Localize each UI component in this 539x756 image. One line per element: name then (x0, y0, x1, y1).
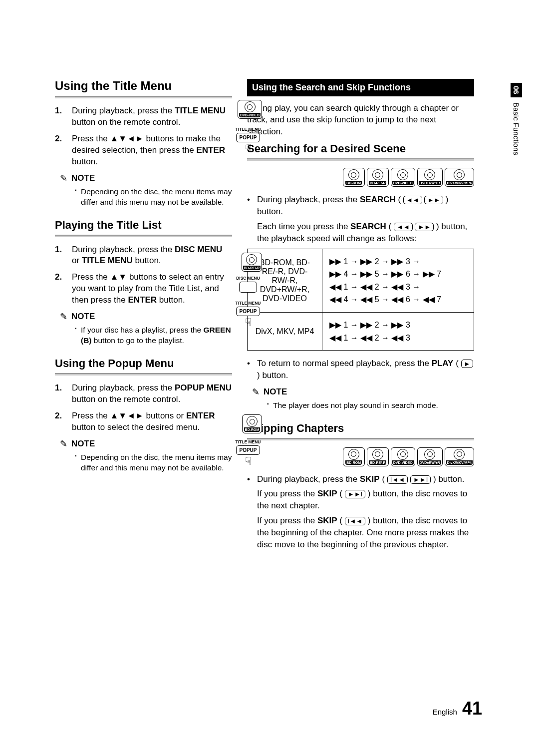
rule (55, 96, 232, 98)
rew-icon: ◄◄ (394, 223, 413, 231)
icon-stack-bdrom: BD-ROM (242, 414, 262, 433)
notes: Depending on the disc, the menu items ma… (55, 452, 232, 473)
pencil-icon: ✎ (60, 173, 67, 184)
pencil-icon: ✎ (60, 438, 67, 449)
section-bar-search-skip: Using the Search and Skip Functions (247, 79, 474, 96)
rule (55, 235, 232, 237)
pencil-icon: ✎ (252, 386, 260, 397)
step-text: Press the ▲▼◄► buttons or ENTER button t… (72, 410, 232, 433)
format-icon: DivX/MKV/MP4 (445, 447, 474, 466)
cell-seq: ▶▶ 1 → ▶▶ 2 → ▶▶ 3 ◀◀ 1 → ◀◀ 2 → ◀◀ 3 (322, 312, 474, 350)
section-title-skip: Skipping Chapters (247, 422, 474, 435)
footer-page: 41 (462, 698, 482, 719)
right-column: Using the Search and Skip Functions Duri… (247, 79, 474, 553)
notes: Depending on the disc, the menu items ma… (55, 187, 232, 208)
section-title-title-list: Playing the Title List (55, 219, 232, 232)
prev-icon: I◄◄ (387, 475, 408, 484)
bullet: • To return to normal speed playback, pr… (247, 358, 474, 381)
table-row: BD-ROM, BD-RE/-R, DVD-RW/-R, DVD+RW/+R, … (248, 249, 474, 312)
rew-icon: ◄◄ (403, 196, 422, 204)
disc-icon: DVD-VIDEO (238, 100, 262, 119)
page-content: Using the Title Menu DVD-VIDEO TITLE MEN… (55, 79, 474, 553)
label: TITLE MENU (236, 127, 261, 132)
note-label: ✎NOTE (60, 311, 232, 322)
label: TITLE MENU (236, 439, 261, 444)
notes: The player does not play sound in search… (247, 400, 474, 411)
steps: 1.During playback, press the TITLE MENU … (55, 105, 232, 168)
rule (247, 158, 474, 161)
bullet: • During playback, press the SKIP ( I◄◄ … (247, 473, 474, 485)
fwd-icon: ►► (415, 223, 434, 231)
bullet: • During playback, press the SEARCH ( ◄◄… (247, 194, 474, 218)
hand-icon: ☟ (245, 317, 252, 328)
format-icon: DVD±RW/±R (417, 447, 443, 466)
speed-table: BD-ROM, BD-RE/-R, DVD-RW/-R, DVD+RW/+R, … (247, 249, 474, 351)
chapter-label: Basic Functions (512, 102, 521, 155)
cell-seq: ▶▶ 1 → ▶▶ 2 → ▶▶ 3 → ▶▶ 4 → ▶▶ 5 → ▶▶ 6 … (322, 249, 474, 312)
popup-button-icon: POPUP (236, 307, 260, 316)
section-title-popup-menu: Using the Popup Menu (55, 357, 232, 370)
format-icon: DVD-VIDEO (391, 168, 415, 187)
hand-icon: ☟ (245, 143, 252, 154)
note-label: ✎NOTE (60, 173, 232, 184)
icon-stack-discmenu: DISC MENU (234, 276, 262, 293)
format-icon: DVD±RW/±R (417, 168, 443, 187)
icon-stack-titlemenu2: TITLE MENU POPUP ☟ (234, 301, 262, 328)
step-text: During playback, press the POPUP MENU bu… (72, 382, 232, 405)
format-icon: BD-RE/-R (367, 447, 389, 466)
next-icon: ►►I (345, 490, 365, 498)
note-label: ✎NOTE (252, 386, 474, 397)
play-icon: ► (461, 360, 474, 368)
disc-icon: BD-ROM (242, 414, 262, 433)
icon-stack-bdre: BD-RE/-R (242, 253, 263, 272)
note-item: Depending on the disc, the menu items ma… (75, 187, 232, 208)
fwd-icon: ►► (424, 196, 443, 204)
format-row-skip: BD-ROM BD-RE/-R DVD-VIDEO DVD±RW/±R DivX… (247, 447, 474, 466)
icon-stack-dvd: DVD-VIDEO (238, 100, 262, 119)
format-icon: DivX/MKV/MP4 (445, 168, 474, 187)
label: DISC MENU (236, 276, 260, 281)
chapter-chip: 06 (511, 83, 522, 97)
note-item: If your disc has a playlist, press the G… (75, 325, 232, 346)
steps: 1.During playback, press the DISC MENU o… (55, 244, 232, 307)
format-icon: BD-RE/-R (367, 168, 389, 187)
left-column: Using the Title Menu DVD-VIDEO TITLE MEN… (55, 79, 232, 553)
intro-text: During play, you can search quickly thro… (247, 102, 474, 137)
table-row: DivX, MKV, MP4 ▶▶ 1 → ▶▶ 2 → ▶▶ 3 ◀◀ 1 →… (248, 312, 474, 350)
pencil-icon: ✎ (60, 311, 67, 322)
step-text: During playback, press the TITLE MENU bu… (72, 105, 232, 128)
note-item: Depending on the disc, the menu items ma… (75, 452, 232, 473)
section-title-title-menu: Using the Title Menu (55, 79, 232, 93)
steps: 1.During playback, press the POPUP MENU … (55, 382, 232, 433)
popup-button-icon: POPUP (236, 445, 260, 455)
step-text: Press the ▲▼ buttons to select an entry … (72, 272, 232, 306)
format-icon: BD-ROM (343, 447, 365, 466)
format-icon: DVD-VIDEO (391, 447, 415, 466)
note-label: ✎NOTE (60, 438, 232, 449)
icon-stack-titlemenu: TITLE MENU POPUP ☟ (234, 127, 262, 154)
section-title-search: Searching for a Desired Scene (247, 142, 474, 155)
label: TITLE MENU (236, 301, 261, 306)
format-row-search: BD-ROM BD-RE/-R DVD-VIDEO DVD±RW/±R DivX… (247, 168, 474, 187)
popup-button-icon: POPUP (236, 133, 260, 142)
hand-icon: ☟ (245, 456, 252, 467)
icon-stack-titlemenu3: TITLE MENU POPUP ☟ (234, 439, 262, 467)
notes: If your disc has a playlist, press the G… (55, 325, 232, 346)
step-text: Press the ▲▼◄► buttons to make the desir… (72, 133, 232, 168)
side-tab: 06 Basic Functions (511, 83, 522, 155)
prev-icon: I◄◄ (345, 517, 365, 525)
format-icon: BD-ROM (343, 168, 365, 187)
note-item: The player does not play sound in search… (267, 400, 474, 411)
disc-icon: BD-RE/-R (242, 253, 263, 272)
text: Each time you press the SEARCH ( ◄◄ ►► )… (257, 221, 474, 245)
next-icon: ►►I (410, 475, 431, 484)
text: If you press the SKIP ( ►►I ) button, th… (257, 488, 474, 512)
button-icon (239, 282, 257, 293)
rule (55, 373, 232, 376)
text: If you press the SKIP ( I◄◄ ) button, th… (257, 515, 474, 550)
rule (247, 438, 474, 440)
step-text: During playback, press the DISC MENU or … (72, 244, 232, 267)
page-footer: English 41 (433, 698, 482, 719)
footer-lang: English (433, 708, 457, 716)
